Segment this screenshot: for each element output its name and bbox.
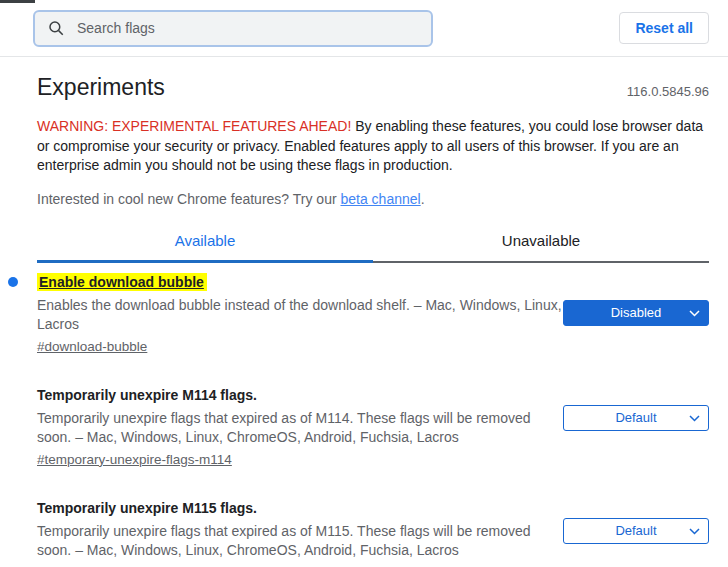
flag-title: Temporarily unexpire M115 flags.	[37, 499, 563, 518]
flag-row-unexpire-m114: Temporarily unexpire M114 flags. Tempora…	[37, 386, 709, 468]
flag-permalink[interactable]: #download-bubble	[37, 339, 147, 354]
flag-description: Temporarily unexpire flags that expired …	[37, 522, 563, 561]
flag-info: Temporarily unexpire M114 flags. Tempora…	[37, 386, 563, 468]
flag-value-dropdown[interactable]: Disabled	[563, 300, 709, 326]
flag-row-unexpire-m115: Temporarily unexpire M115 flags. Tempora…	[37, 499, 709, 567]
warning-text: WARNING: EXPERIMENTAL FEATURES AHEAD! By…	[37, 117, 709, 176]
tab-unavailable[interactable]: Unavailable	[373, 232, 709, 263]
flag-value-label: Default	[615, 410, 656, 425]
chevron-down-icon	[689, 310, 700, 317]
flag-value-dropdown[interactable]: Default	[563, 518, 709, 544]
promo-lead: Interested in cool new Chrome features? …	[37, 191, 340, 207]
flag-info: Enable download bubble Enables the downl…	[37, 273, 563, 355]
reset-all-button[interactable]: Reset all	[619, 12, 709, 44]
flag-title: Enable download bubble	[37, 273, 563, 292]
search-icon	[47, 19, 65, 37]
modified-indicator-dot	[8, 277, 18, 287]
page-title: Experiments	[37, 74, 165, 101]
flag-value-label: Disabled	[611, 305, 662, 320]
flag-description: Temporarily unexpire flags that expired …	[37, 409, 563, 448]
promo-suffix: .	[421, 191, 425, 207]
flag-select-col: Default	[563, 518, 709, 567]
title-row: Experiments 116.0.5845.96	[37, 74, 709, 101]
main-content: Experiments 116.0.5845.96 WARNING: EXPER…	[0, 74, 728, 567]
tab-available[interactable]: Available	[37, 232, 373, 263]
flag-info: Temporarily unexpire M115 flags. Tempora…	[37, 499, 563, 567]
chevron-down-icon	[689, 415, 700, 422]
flag-row-download-bubble: Enable download bubble Enables the downl…	[37, 273, 709, 355]
version-label: 116.0.5845.96	[627, 84, 709, 101]
warning-emphasis: WARNING: EXPERIMENTAL FEATURES AHEAD!	[37, 118, 351, 134]
search-highlight: Enable download bubble	[37, 273, 207, 291]
flag-select-col: Disabled	[563, 300, 709, 355]
search-input[interactable]	[75, 19, 419, 37]
chevron-down-icon	[689, 528, 700, 535]
flag-list: Enable download bubble Enables the downl…	[37, 273, 709, 567]
window-edge-artifact	[0, 0, 35, 3]
flag-title: Temporarily unexpire M114 flags.	[37, 386, 563, 405]
flag-permalink[interactable]: #temporary-unexpire-flags-m114	[37, 452, 232, 467]
flags-header: Reset all	[0, 0, 728, 57]
flag-value-label: Default	[615, 523, 656, 538]
search-box[interactable]	[33, 10, 433, 47]
beta-channel-link[interactable]: beta channel	[340, 191, 420, 207]
flag-value-dropdown[interactable]: Default	[563, 405, 709, 431]
flag-description: Enables the download bubble instead of t…	[37, 296, 563, 335]
flag-select-col: Default	[563, 405, 709, 468]
promo-text: Interested in cool new Chrome features? …	[37, 190, 709, 209]
tab-strip: Available Unavailable	[37, 232, 709, 263]
